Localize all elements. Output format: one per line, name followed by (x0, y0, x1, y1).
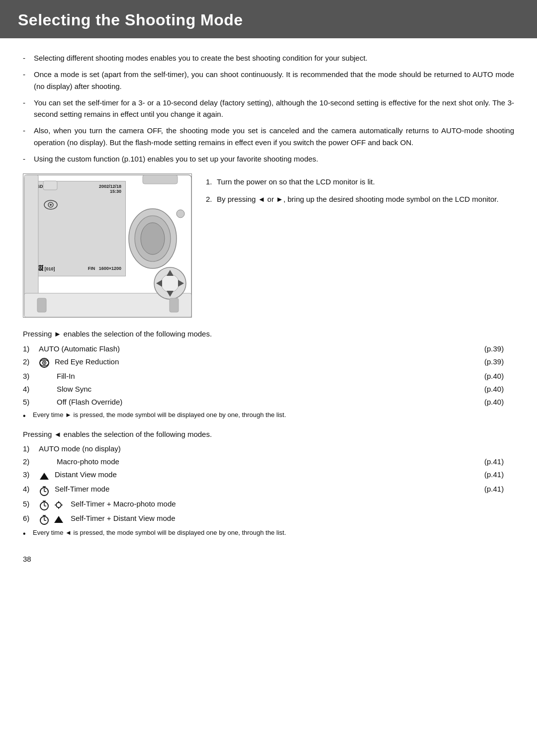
mode-page-1r: (p.39) (479, 343, 514, 355)
mode-page-2r: (p.39) (479, 356, 514, 368)
note-bullet-left: • (23, 528, 31, 540)
svg-rect-16 (37, 298, 46, 312)
mode-name-distant: Distant View mode (55, 469, 479, 481)
pressing-left-rest: enables the selection of the following m… (61, 430, 212, 438)
note-text-left: Every time ◄ is pressed, the mode symbol… (33, 528, 286, 538)
mode-num-3r: 3) (23, 370, 39, 382)
camera-body-svg (23, 174, 192, 318)
bullet-4: - Also, when you turn the camera OFF, th… (23, 125, 514, 148)
mode-item-timer-macro: 5) (23, 498, 514, 511)
page-number: 38 (23, 555, 514, 563)
mode-name-off: Off (Flash Override) (39, 396, 479, 408)
mode-name-timer-distant: Self-Timer + Distant View mode (71, 512, 514, 524)
mode-page-4r: (p.40) (479, 383, 514, 395)
svg-rect-15 (143, 175, 178, 184)
mode-num-2r: 2) (23, 356, 39, 368)
dash-icon: - (23, 52, 32, 64)
instruction-num-1: 1. (206, 176, 217, 188)
dash-icon-3: - (23, 97, 32, 108)
mode-page-3r: (p.40) (479, 370, 514, 382)
dash-icon-4: - (23, 125, 32, 136)
right-note: • Every time ► is pressed, the mode symb… (23, 410, 514, 422)
timer-distant-icon (39, 512, 71, 526)
bullet-text-1: Selecting different shooting modes enabl… (34, 52, 514, 64)
mode-item-slowsync: 4) Slow Sync (p.40) (23, 383, 514, 395)
mode-num-1r: 1) (23, 343, 39, 355)
mode-item-fillin: 3) Fill-In (p.40) (23, 370, 514, 382)
note-text-right: Every time ► is pressed, the mode symbol… (33, 410, 286, 420)
bullet-2: - Once a mode is set (apart from the sel… (23, 69, 514, 92)
bullet-text-5: Using the custom function (p.101) enable… (34, 153, 514, 165)
mode-item-off: 5) Off (Flash Override) (p.40) (23, 396, 514, 408)
svg-rect-17 (170, 298, 179, 312)
camera-diagram: SD 2002/12/18 15:30 (23, 173, 192, 318)
mode-name-redeye: Red Eye Reduction (55, 356, 479, 368)
mode-num-6l: 6) (23, 512, 39, 524)
intro-bullets: - Selecting different shooting modes ena… (23, 52, 514, 165)
instruction-2: 2. By pressing ◄ or ►, bring up the desi… (206, 194, 514, 205)
instructions-list: 1. Turn the power on so that the LCD mon… (206, 176, 514, 205)
arrow-right-icon: ► (54, 329, 62, 340)
mode-num-5l: 5) (23, 498, 39, 510)
svg-rect-19 (43, 181, 57, 190)
dash-icon-2: - (23, 69, 32, 80)
pressing-right-intro: Pressing ► enables the selection of the … (23, 329, 514, 340)
redeye-icon (39, 356, 55, 369)
note-bullet-right: • (23, 410, 31, 422)
instruction-num-2: 2. (206, 194, 217, 205)
bullet-text-3: You can set the self-timer for a 3- or a… (34, 97, 514, 120)
mode-name-auto-nodisplay: AUTO mode (no display) (39, 443, 514, 455)
mode-item-auto-nodisplay: 1) AUTO mode (no display) (23, 443, 514, 455)
mode-num-4r: 4) (23, 383, 39, 395)
bullet-5: - Using the custom function (p.101) enab… (23, 153, 514, 165)
mode-name-fillin: Fill-In (39, 370, 479, 382)
pressing-left-section: Pressing ◄ enables the selection of the … (23, 429, 514, 540)
pressing-left-label: Pressing (23, 430, 54, 438)
mode-page-4l: (p.41) (479, 483, 514, 495)
mode-page-3l: (p.41) (479, 469, 514, 481)
mode-item-auto-flash: 1) AUTO (Automatic Flash) (p.39) (23, 343, 514, 355)
mode-num-2l: 2) (23, 456, 39, 468)
mode-name-timer-macro: Self-Timer + Macro-photo mode (71, 498, 514, 510)
left-mode-list: 1) AUTO mode (no display) 2) Macro-photo… (23, 443, 514, 526)
pressing-right-section: Pressing ► enables the selection of the … (23, 329, 514, 422)
bullet-1: - Selecting different shooting modes ena… (23, 52, 514, 64)
svg-point-35 (56, 503, 61, 507)
pressing-right-rest: enables the selection of the following m… (61, 330, 212, 338)
mode-item-distant: 3) Distant View mode (p.41) (23, 469, 514, 482)
page: Selecting the Shooting Mode - Selecting … (0, 0, 537, 756)
page-header: Selecting the Shooting Mode (0, 0, 537, 38)
mode-num-3l: 3) (23, 469, 39, 481)
instructions-column: 1. Turn the power on so that the LCD mon… (206, 173, 514, 211)
mode-name-selftimer: Self-Timer mode (55, 483, 479, 495)
mode-page-5r: (p.40) (479, 396, 514, 408)
svg-marker-24 (40, 473, 49, 480)
pressing-left-intro: Pressing ◄ enables the selection of the … (23, 429, 514, 440)
right-mode-list: 1) AUTO (Automatic Flash) (p.39) 2) (23, 343, 514, 408)
instruction-1: 1. Turn the power on so that the LCD mon… (206, 176, 514, 188)
svg-point-18 (177, 210, 184, 218)
mode-name-auto-flash: AUTO (Automatic Flash) (39, 343, 479, 355)
mode-num-4l: 4) (23, 483, 39, 495)
svg-marker-45 (54, 516, 63, 523)
svg-point-23 (44, 362, 45, 364)
timer-macro-icon (39, 498, 71, 511)
instruction-text-1: Turn the power on so that the LCD monito… (217, 176, 375, 188)
svg-point-8 (141, 223, 165, 254)
pressing-right-label: Pressing (23, 330, 54, 338)
left-note: • Every time ◄ is pressed, the mode symb… (23, 528, 514, 540)
mode-name-slowsync: Slow Sync (39, 383, 479, 395)
dash-icon-5: - (23, 153, 32, 165)
mode-num-5r: 5) (23, 396, 39, 408)
mode-name-macro: Macro-photo mode (39, 456, 479, 468)
mode-item-selftimer: 4) Self-Timer mode (p.41) (23, 483, 514, 497)
main-content: - Selecting different shooting modes ena… (0, 38, 537, 583)
mode-item-redeye: 2) Red Eye Reduction (p.39) (23, 356, 514, 369)
page-title: Selecting the Shooting Mode (18, 11, 519, 29)
svg-point-10 (161, 274, 179, 292)
bullet-text-2: Once a mode is set (apart from the self-… (34, 69, 514, 92)
mode-page-2l: (p.41) (479, 456, 514, 468)
bullet-3: - You can set the self-timer for a 3- or… (23, 97, 514, 120)
arrow-left-icon: ◄ (54, 429, 62, 440)
mode-item-timer-distant: 6) Self-Timer + Distant Vi (23, 512, 514, 526)
